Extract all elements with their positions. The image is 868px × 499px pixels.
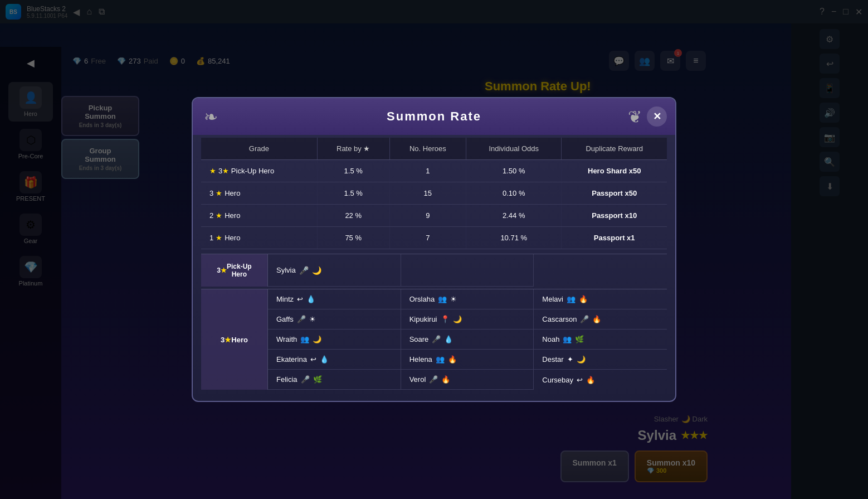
modal-title: Summon Rate — [387, 109, 481, 123]
hero-name: Noah — [542, 335, 559, 343]
sylvia-icon2: 🌙 — [312, 266, 321, 275]
individual-odds: 2.44 % — [466, 205, 562, 227]
three-star-hero-label: 3★ Hero — [201, 289, 268, 390]
hero-cell-empty-1 — [401, 254, 534, 287]
hero-name: Soare — [409, 335, 429, 343]
hero-icon1: 🎤 — [297, 315, 306, 323]
no-heroes: 7 — [389, 227, 466, 249]
hero-name: Melavi — [542, 295, 563, 303]
rate-by-star: 1.5 % — [317, 160, 389, 182]
hero-icon2: 🌙 — [453, 315, 462, 323]
hero-icon2: 💧 — [306, 295, 315, 303]
hero-cell-empty-2 — [534, 254, 667, 287]
grade-cell: ★ 3★ Pick-Up Hero — [201, 160, 317, 182]
hero-icon1: 👥 — [436, 355, 445, 364]
individual-odds: 1.50 % — [466, 160, 562, 182]
hero-name: Wraith — [276, 335, 297, 343]
close-icon: ✕ — [653, 110, 661, 123]
duplicate-reward: Passport x50 — [562, 182, 667, 205]
hero-icon2: 🌿 — [575, 335, 584, 343]
hero-icon1: ↩ — [310, 355, 316, 364]
modal-overlay: ❧ Summon Rate ❦ ✕ Grade Rate by ★ No. He… — [0, 0, 868, 499]
col-grade: Grade — [201, 138, 317, 160]
individual-odds: 10.71 % — [466, 227, 562, 249]
hero-icon1: ✦ — [567, 355, 573, 364]
list-item: Cascarson 🎤 🔥 — [534, 309, 667, 330]
grade-cell: 1★ Hero — [201, 227, 317, 249]
table-row: 1★ Hero 75 % 7 10.71 % Passport x1 — [201, 227, 667, 249]
hero-icon2: 🔥 — [448, 355, 457, 364]
table-header-row: Grade Rate by ★ No. Heroes Individual Od… — [201, 138, 667, 160]
three-star-hero-section: 3★ Hero Mintz ↩ 💧 Orslaha 👥 ☀ Melavi — [201, 289, 667, 390]
modal-body: Grade Rate by ★ No. Heroes Individual Od… — [193, 138, 675, 390]
hero-name: Kipukirui — [409, 315, 437, 323]
rate-by-star: 75 % — [317, 227, 389, 249]
hero-name: Cascarson — [542, 315, 577, 323]
hero-icon2: 💧 — [320, 355, 329, 364]
hero-icon2: 🔥 — [586, 376, 595, 384]
hero-icon2: 🌙 — [577, 355, 586, 364]
list-item: Destar ✦ 🌙 — [534, 350, 667, 370]
list-item: Gaffs 🎤 ☀ — [268, 309, 401, 330]
table-row: 2★ Hero 22 % 9 2.44 % Passport x10 — [201, 205, 667, 227]
hero-icon1: 👥 — [438, 295, 447, 303]
pickup-hero-label: 3★ Pick-UpHero — [201, 254, 268, 287]
hero-name: Verol — [409, 375, 426, 384]
no-heroes: 1 — [389, 160, 466, 182]
pickup-hero-section: 3★ Pick-UpHero Sylvia 🎤 🌙 — [201, 254, 667, 287]
hero-name: Helena — [409, 355, 432, 364]
hero-icon2: 🔥 — [579, 295, 588, 303]
grade-text: 3★ Pick-Up Hero — [218, 167, 274, 175]
sylvia-icon1: 🎤 — [299, 266, 309, 275]
hero-name: Gaffs — [276, 315, 294, 323]
hero-icon1: 🎤 — [432, 335, 441, 343]
hero-icon1: 📍 — [441, 315, 450, 323]
no-heroes: 9 — [389, 205, 466, 227]
list-item: Felicia 🎤 🌿 — [268, 370, 401, 390]
hero-icon2: 🔥 — [592, 315, 601, 323]
list-item: Mintz ↩ 💧 — [268, 289, 401, 309]
list-item: Melavi 👥 🔥 — [534, 289, 667, 309]
hero-icon2: 🌿 — [313, 375, 322, 384]
hero-cell-sylvia: Sylvia 🎤 🌙 — [268, 254, 401, 287]
modal-deco-left: ❧ — [204, 107, 218, 127]
summon-rate-modal: ❧ Summon Rate ❦ ✕ Grade Rate by ★ No. He… — [192, 97, 676, 402]
col-rate: Rate by ★ — [317, 138, 389, 160]
modal-header: ❧ Summon Rate ❦ ✕ — [193, 98, 675, 135]
list-item: Cursebay ↩ 🔥 — [534, 370, 667, 390]
list-item: Orslaha 👥 ☀ — [401, 289, 534, 309]
col-odds: Individual Odds — [466, 138, 562, 160]
hero-icon1: 👥 — [300, 335, 309, 343]
duplicate-reward: Passport x10 — [562, 205, 667, 227]
hero-icon1: 🎤 — [580, 315, 589, 323]
hero-icon2: 🌙 — [313, 335, 321, 343]
list-item: Wraith 👥 🌙 — [268, 330, 401, 350]
grade-cell: 2★ Hero — [201, 205, 317, 227]
list-item: Helena 👥 🔥 — [401, 350, 534, 370]
col-heroes: No. Heroes — [389, 138, 466, 160]
hero-icon1: 🎤 — [429, 375, 438, 384]
list-item: Soare 🎤 💧 — [401, 330, 534, 350]
list-item: Noah 👥 🌿 — [534, 330, 667, 350]
list-item: Ekaterina ↩ 💧 — [268, 350, 401, 370]
duplicate-reward: Passport x1 — [562, 227, 667, 249]
hero-icon1: ↩ — [297, 295, 303, 303]
rate-by-star: 22 % — [317, 205, 389, 227]
col-reward: Duplicate Reward — [562, 138, 667, 160]
modal-close-button[interactable]: ✕ — [647, 106, 667, 127]
hero-name: Felicia — [276, 375, 298, 384]
hero-icon2: ☀ — [450, 295, 457, 303]
hero-name: Cursebay — [542, 376, 573, 384]
hero-icon2: 🔥 — [441, 375, 450, 384]
hero-name: Destar — [542, 355, 563, 364]
no-heroes: 15 — [389, 182, 466, 205]
list-item: Verol 🎤 🔥 — [401, 370, 534, 390]
rate-table: Grade Rate by ★ No. Heroes Individual Od… — [201, 138, 667, 249]
stars-icon: ★ — [209, 167, 216, 175]
hero-icon2: 💧 — [444, 335, 453, 343]
table-row: ★ 3★ Pick-Up Hero 1.5 % 1 1.50 % Hero Sh… — [201, 160, 667, 182]
hero-icon2: ☀ — [309, 315, 316, 323]
grade-cell: 3★ Hero — [201, 182, 317, 205]
three-star-hero-grid: Mintz ↩ 💧 Orslaha 👥 ☀ Melavi 👥 🔥 — [268, 289, 667, 390]
hero-icon1: 🎤 — [301, 375, 310, 384]
